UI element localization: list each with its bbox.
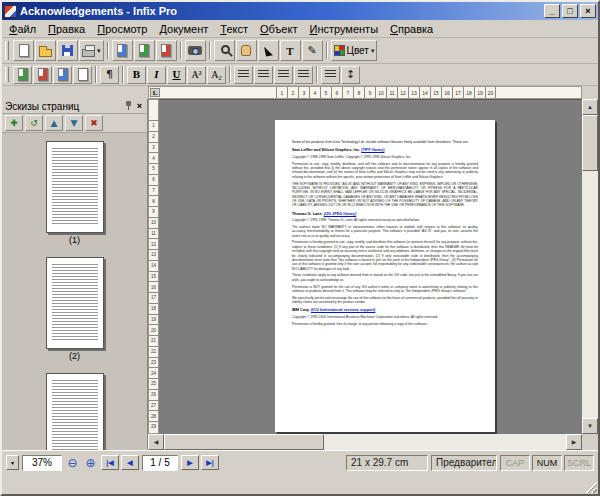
delete-page-button[interactable]: ✖ — [85, 115, 103, 131]
document-content: Some of the products from Iceni Technolo… — [275, 120, 495, 326]
revert-button[interactable] — [156, 40, 177, 61]
close-button[interactable]: × — [580, 4, 596, 18]
insert-pages-button[interactable] — [13, 66, 32, 84]
ruler-tick: 10 — [149, 217, 158, 228]
vertical-scrollbar[interactable]: ▲ ▼ — [582, 99, 598, 434]
panel-close-icon[interactable]: × — [135, 101, 144, 111]
menu-item-tools[interactable]: Инструменты — [303, 21, 384, 37]
zoom-tool-button[interactable] — [214, 40, 235, 61]
new-document-button[interactable] — [13, 40, 34, 61]
zoom-in-button[interactable]: ⊕ — [83, 455, 98, 470]
scroll-up-icon[interactable]: ▲ — [582, 99, 598, 115]
line-spacing-button[interactable]: ↕ — [341, 66, 360, 84]
tab-selector[interactable]: L — [150, 88, 160, 97]
last-page-button[interactable]: ▶| — [201, 455, 219, 470]
scroll-right-icon[interactable]: ▶ — [566, 434, 582, 450]
ruler-tick: 4 — [309, 87, 320, 98]
scroll-down-icon[interactable]: ▼ — [582, 418, 598, 434]
first-page-button[interactable]: |◀ — [101, 455, 119, 470]
scroll-left-icon[interactable]: ◀ — [148, 434, 164, 450]
pencil-tool-button[interactable]: ✎ — [302, 40, 323, 61]
menu-item-edit[interactable]: Правка — [42, 21, 91, 37]
select-tool-button[interactable] — [258, 40, 279, 61]
zoom-level[interactable]: 37% — [22, 455, 62, 471]
zoom-out-button[interactable]: ⊖ — [65, 455, 80, 470]
save-button[interactable] — [57, 40, 78, 61]
menu-item-object[interactable]: Объект — [254, 21, 303, 37]
align-icon — [298, 70, 309, 79]
page-thumbnail[interactable]: (3) — [2, 373, 147, 450]
format-toolbar: ¶BIUA²A₂↕ — [2, 64, 598, 86]
paragraph-button[interactable]: ¶ — [100, 66, 119, 84]
maximize-button[interactable]: □ — [562, 4, 578, 18]
page-setup-button[interactable] — [73, 66, 92, 84]
align-center-button[interactable] — [254, 66, 273, 84]
move-page-down-button[interactable]: ▼ — [65, 115, 83, 131]
horizontal-scrollbar[interactable]: ◀ ▶ — [148, 434, 582, 450]
align-justify-button[interactable] — [294, 66, 313, 84]
toolbar-separator — [95, 66, 97, 83]
align-right-button[interactable] — [274, 66, 293, 84]
next-page-button[interactable]: ▶ — [181, 455, 199, 470]
toolbar-separator — [326, 42, 328, 59]
page-thumbnail[interactable]: (1) — [2, 141, 147, 245]
superscript-button[interactable]: A² — [187, 66, 206, 84]
menu-item-view[interactable]: Просмотр — [91, 21, 153, 37]
license-paragraph: THE SOFTWARE IS PROVIDED "AS-IS" AND WIT… — [292, 182, 478, 208]
menu-item-text[interactable]: Текст — [214, 21, 254, 37]
ruler-tick: 12 — [397, 87, 408, 98]
ruler-tick: 19 — [149, 314, 158, 325]
prev-page-button[interactable]: ◀ — [121, 455, 139, 470]
open-button[interactable] — [35, 40, 56, 61]
page-icon — [19, 44, 29, 57]
license-link[interactable]: (TIFF library) — [361, 148, 384, 152]
resize-grip[interactable] — [584, 480, 597, 493]
document-canvas[interactable]: Some of the products from Iceni Technolo… — [159, 99, 582, 434]
vertical-scroll-thumb[interactable] — [582, 115, 598, 171]
license-paragraph: We specifically permit and encourage the… — [292, 296, 478, 305]
color-button[interactable]: Цвет▾ — [331, 40, 378, 61]
rotate-pages-button[interactable] — [53, 66, 72, 84]
text-tool-button[interactable]: T — [280, 40, 301, 61]
bold-button[interactable]: B — [127, 66, 146, 84]
toolbar-grip[interactable] — [5, 41, 9, 60]
snapshot-button[interactable] — [185, 40, 206, 61]
window-title: Acknowledgements - Infix Pro — [20, 5, 541, 17]
page-red-icon — [161, 44, 171, 57]
horizontal-scroll-thumb[interactable] — [164, 434, 324, 450]
document-page[interactable]: Some of the products from Iceni Technolo… — [275, 120, 495, 432]
italic-button[interactable]: I — [147, 66, 166, 84]
ruler-tick: 25 — [149, 378, 158, 389]
license-link[interactable]: (ICU International services support) — [311, 308, 375, 312]
ruler-tick: 29 — [149, 421, 158, 432]
toolbar-grip[interactable] — [5, 67, 9, 83]
align-icon — [238, 70, 249, 79]
zoom-menu-button[interactable]: ▾ — [6, 455, 19, 470]
subscript-button-label: A₂ — [211, 70, 222, 80]
import-button[interactable] — [134, 40, 155, 61]
move-page-up-button[interactable]: ▲ — [45, 115, 63, 131]
underline-button[interactable]: U — [167, 66, 186, 84]
print-button[interactable]: ▾ — [79, 40, 104, 61]
glyph-icon: ✖ — [90, 119, 98, 128]
bullet-list-button[interactable] — [321, 66, 340, 84]
menu-item-file[interactable]: Файл — [3, 21, 42, 37]
replace-page-button[interactable]: ↺ — [25, 115, 43, 131]
license-link[interactable]: (IJG JPEG library) — [324, 212, 357, 216]
page-thumbnail[interactable]: (2) — [2, 257, 147, 361]
delete-pages-button[interactable] — [33, 66, 52, 84]
align-left-button[interactable] — [234, 66, 253, 84]
status-bar: ▾ 37% ⊖ ⊕ |◀◀ 1 / 5 ▶▶| 21 x 29.7 cm Пре… — [2, 450, 598, 474]
menu-item-help[interactable]: Справка — [384, 21, 439, 37]
export-button[interactable] — [112, 40, 133, 61]
pin-icon[interactable] — [125, 101, 132, 111]
menu-item-document[interactable]: Документ — [153, 21, 214, 37]
horizontal-ruler: L 1234567891011121314151617181920 — [148, 86, 582, 99]
subscript-button[interactable]: A₂ — [207, 66, 226, 84]
page-indicator[interactable]: 1 / 5 — [142, 455, 178, 471]
minimize-button[interactable]: _ — [544, 4, 560, 18]
hand-tool-button[interactable] — [236, 40, 257, 61]
insert-page-button[interactable]: ✚ — [5, 115, 23, 131]
glyph-icon: ✚ — [10, 119, 18, 128]
thumbnail-list: (1)(2)(3) — [2, 133, 147, 450]
